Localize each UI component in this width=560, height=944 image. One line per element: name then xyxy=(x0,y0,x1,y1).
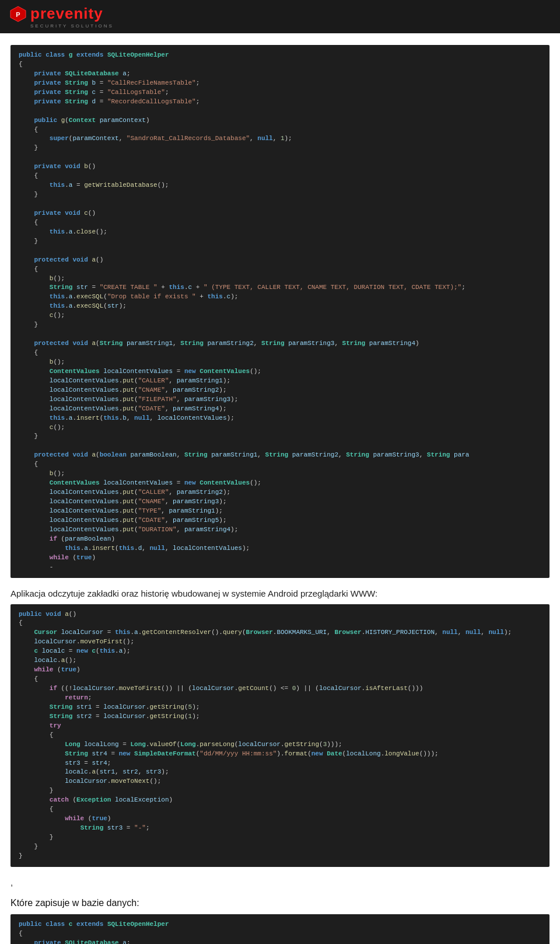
svg-text:P: P xyxy=(16,11,20,18)
description-1: Aplikacja odczytuje zakładki oraz histor… xyxy=(10,588,550,598)
code-block-2: public void a() { Cursor localCursor = t… xyxy=(10,604,550,867)
logo-main-text: prevenity xyxy=(30,5,103,23)
code-block-3: public class c extends SQLiteOpenHelper … xyxy=(10,914,550,944)
logo-icon: P xyxy=(9,5,27,23)
code-block-1: public class g extends SQLiteOpenHelper … xyxy=(10,45,550,578)
section-label: Które zapisuje w bazie danych: xyxy=(10,898,550,908)
main-content: public class g extends SQLiteOpenHelper … xyxy=(0,33,560,944)
logo: P prevenity SECURITY SOLUTIONS xyxy=(9,5,114,29)
logo-sub-text: SECURITY SOLUTIONS xyxy=(30,23,114,29)
header: P prevenity SECURITY SOLUTIONS xyxy=(0,0,560,33)
description-2: , xyxy=(10,877,550,887)
